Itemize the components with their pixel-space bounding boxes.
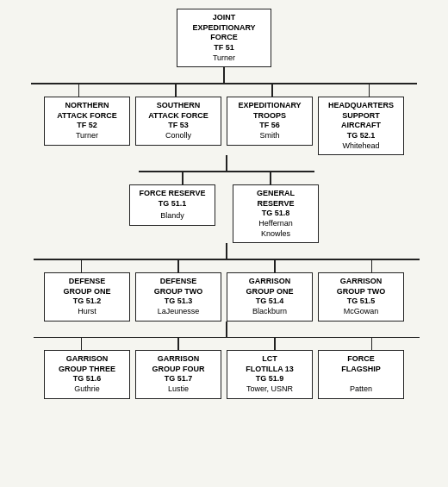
node-general-reserve: GENERAL RESERVE TG 51.8 Heffernan Knowle…: [233, 184, 319, 243]
node-defense-one: DEFENSE GROUP ONE TG 51.2 Hurst: [44, 272, 130, 322]
node-expeditionary: EXPEDITIONARY TROOPS TF 56 Smith: [227, 97, 313, 146]
row-root: JOINT EXPEDITIONARY FORCE TF 51 Turner: [4, 9, 444, 97]
node-headquarters: HEADQUARTERS SUPPORT AIRCRAFT TG 52.1 Wh…: [318, 97, 404, 155]
row-level2: FORCE RESERVE TG 51.1 Blandy GENERAL RES…: [4, 184, 444, 243]
node-root-title: JOINT: [182, 13, 266, 23]
node-root-line2: EXPEDITIONARY FORCE: [182, 23, 266, 43]
row-level1: NORTHERN ATTACK FORCE TF 52 Turner SOUTH…: [4, 97, 444, 155]
node-garrison-four: GARRISON GROUP FOUR TG 51.7 Lustie: [135, 350, 221, 399]
node-defense-two: DEFENSE GROUP TWO TG 51.3 LaJeunesse: [135, 272, 221, 322]
node-garrison-one: GARRISON GROUP ONE TG 51.4 Blackburn: [227, 272, 313, 322]
node-root: JOINT EXPEDITIONARY FORCE TF 51 Turner: [177, 9, 271, 67]
row-level3: DEFENSE GROUP ONE TG 51.2 Hurst DEFENSE …: [4, 272, 444, 322]
node-northern: NORTHERN ATTACK FORCE TF 52 Turner: [44, 97, 130, 146]
node-force-flagship: FORCE FLAGSHIP Patten: [318, 350, 404, 399]
node-force-reserve: FORCE RESERVE TG 51.1 Blandy: [129, 184, 215, 226]
node-garrison-two: GARRISON GROUP TWO TG 51.5 McGowan: [318, 272, 404, 322]
node-root-commander: Turner: [182, 53, 266, 64]
node-root-line3: TF 51: [182, 43, 266, 53]
node-lct-flotilla: LCT FLOTILLA 13 TG 51.9 Tower, USNR: [227, 350, 313, 399]
org-chart: JOINT EXPEDITIONARY FORCE TF 51 Turner N…: [4, 9, 444, 399]
row-level4: GARRISON GROUP THREE TG 51.6 Guthrie GAR…: [4, 350, 444, 399]
node-garrison-three: GARRISON GROUP THREE TG 51.6 Guthrie: [44, 350, 130, 399]
node-southern: SOUTHERN ATTACK FORCE TF 53 Conolly: [135, 97, 221, 146]
